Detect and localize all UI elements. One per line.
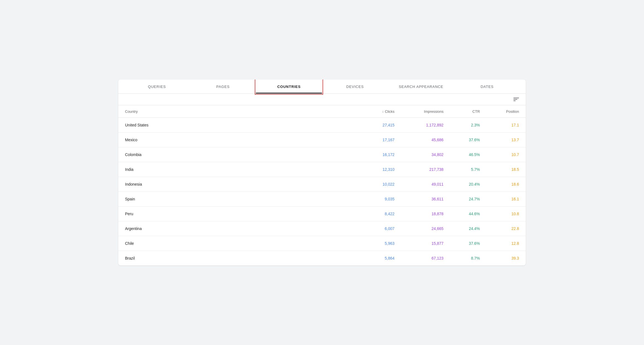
cell-ctr: 24.4%	[450, 221, 486, 236]
col-header-country: Country	[118, 105, 363, 118]
cell-ctr: 37.6%	[450, 236, 486, 251]
cell-impressions: 49,011	[401, 177, 450, 191]
col-header-clicks[interactable]: ↓ Clicks	[363, 105, 401, 118]
countries-table: Country ↓ Clicks Impressions CTR	[118, 105, 526, 265]
filter-line-3	[513, 100, 516, 101]
cell-impressions: 36,611	[401, 191, 450, 206]
cell-clicks: 10,022	[363, 177, 401, 191]
table-row[interactable]: Spain 9,035 36,611 24.7% 16.1	[118, 191, 526, 206]
table-row[interactable]: Peru 8,422 18,878 44.6% 10.8	[118, 206, 526, 221]
col-header-position[interactable]: Position	[487, 105, 526, 118]
cell-country: Brazil	[118, 251, 363, 265]
cell-ctr: 8.7%	[450, 251, 486, 265]
cell-position: 10.8	[487, 206, 526, 221]
cell-position: 22.8	[487, 221, 526, 236]
cell-country: Mexico	[118, 132, 363, 147]
table-row[interactable]: Mexico 17,167 45,686 37.6% 13.7	[118, 132, 526, 147]
cell-impressions: 1,172,892	[401, 118, 450, 132]
cell-ctr: 24.7%	[450, 191, 486, 206]
table-row[interactable]: United States 27,415 1,172,892 2.3% 17.1	[118, 118, 526, 132]
tab-queries[interactable]: QUERIES	[124, 80, 190, 94]
cell-clicks: 17,167	[363, 132, 401, 147]
table-row[interactable]: India 12,310 217,738 5.7% 18.5	[118, 162, 526, 177]
cell-position: 39.3	[487, 251, 526, 265]
cell-clicks: 27,415	[363, 118, 401, 132]
cell-impressions: 34,802	[401, 147, 450, 162]
table-row[interactable]: Colombia 16,172 34,802 46.5% 10.7	[118, 147, 526, 162]
table-row[interactable]: Brazil 5,864 67,123 8.7% 39.3	[118, 251, 526, 265]
cell-country: Spain	[118, 191, 363, 206]
cell-clicks: 8,422	[363, 206, 401, 221]
table-row[interactable]: Chile 5,963 15,877 37.6% 12.8	[118, 236, 526, 251]
cell-position: 17.1	[487, 118, 526, 132]
cell-impressions: 18,878	[401, 206, 450, 221]
cell-country: Argentina	[118, 221, 363, 236]
tabs-container: QUERIES PAGES COUNTRIES DEVICES SEARCH A…	[118, 80, 526, 94]
filter-button[interactable]	[513, 98, 519, 101]
table-row[interactable]: Indonesia 10,022 49,011 20.4% 18.6	[118, 177, 526, 191]
cell-position: 13.7	[487, 132, 526, 147]
tab-pages[interactable]: PAGES	[190, 80, 256, 94]
cell-position: 12.8	[487, 236, 526, 251]
cell-clicks: 9,035	[363, 191, 401, 206]
cell-impressions: 15,877	[401, 236, 450, 251]
filter-line-1	[513, 98, 519, 98]
sort-down-icon: ↓	[382, 109, 384, 113]
cell-clicks: 12,310	[363, 162, 401, 177]
cell-impressions: 67,123	[401, 251, 450, 265]
cell-ctr: 20.4%	[450, 177, 486, 191]
col-header-ctr[interactable]: CTR	[450, 105, 486, 118]
cell-position: 10.7	[487, 147, 526, 162]
cell-ctr: 46.5%	[450, 147, 486, 162]
cell-country: United States	[118, 118, 363, 132]
cell-ctr: 5.7%	[450, 162, 486, 177]
cell-country: India	[118, 162, 363, 177]
tab-countries[interactable]: COUNTRIES	[256, 80, 322, 94]
cell-ctr: 37.6%	[450, 132, 486, 147]
table-wrap: Country ↓ Clicks Impressions CTR	[118, 105, 526, 265]
cell-clicks: 5,864	[363, 251, 401, 265]
cell-clicks: 6,007	[363, 221, 401, 236]
cell-country: Indonesia	[118, 177, 363, 191]
cell-country: Peru	[118, 206, 363, 221]
filter-line-2	[513, 99, 517, 100]
cell-country: Chile	[118, 236, 363, 251]
cell-impressions: 24,665	[401, 221, 450, 236]
cell-country: Colombia	[118, 147, 363, 162]
cell-position: 18.6	[487, 177, 526, 191]
cell-ctr: 44.6%	[450, 206, 486, 221]
main-card: QUERIES PAGES COUNTRIES DEVICES SEARCH A…	[118, 80, 526, 265]
cell-position: 18.5	[487, 162, 526, 177]
tab-devices[interactable]: DEVICES	[322, 80, 388, 94]
cell-ctr: 2.3%	[450, 118, 486, 132]
tab-dates[interactable]: DATES	[454, 80, 520, 94]
col-header-impressions[interactable]: Impressions	[401, 105, 450, 118]
table-row[interactable]: Argentina 6,007 24,665 24.4% 22.8	[118, 221, 526, 236]
cell-clicks: 5,963	[363, 236, 401, 251]
cell-clicks: 16,172	[363, 147, 401, 162]
tab-search-appearance[interactable]: SEARCH APPEARANCE	[388, 80, 454, 94]
cell-impressions: 45,686	[401, 132, 450, 147]
table-header-row: Country ↓ Clicks Impressions CTR	[118, 105, 526, 118]
cell-position: 16.1	[487, 191, 526, 206]
cell-impressions: 217,738	[401, 162, 450, 177]
filter-bar	[118, 94, 526, 105]
